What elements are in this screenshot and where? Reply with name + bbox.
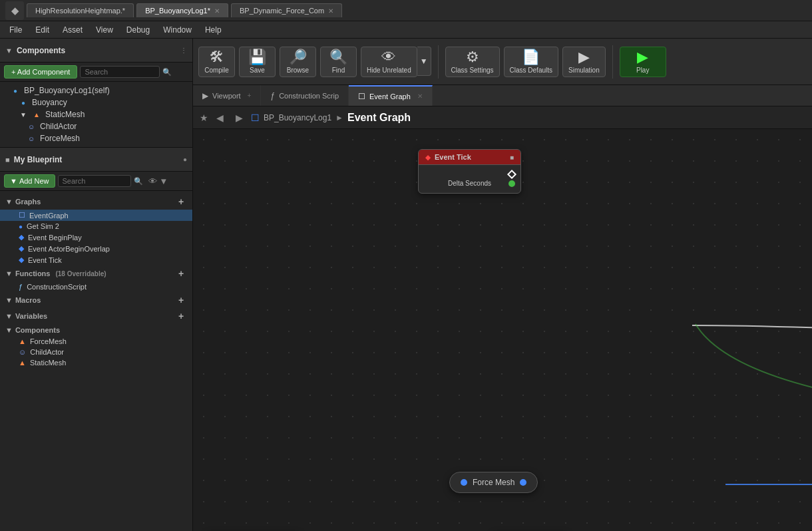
class-defaults-label: Class Defaults bbox=[510, 67, 552, 74]
menu-file[interactable]: File bbox=[3, 24, 29, 36]
bp-item-beginplay[interactable]: ◆ Event BeginPlay bbox=[0, 232, 192, 243]
tab-viewport-add[interactable]: + bbox=[248, 92, 252, 99]
tree-label-childactor: ChildActor bbox=[40, 122, 77, 131]
functions-add-button[interactable]: + bbox=[175, 267, 187, 279]
bp-section-functions: ▼ Functions (18 Overridable) + bbox=[0, 266, 192, 281]
menu-view[interactable]: View bbox=[89, 24, 120, 36]
event-tick-title: Event Tick bbox=[435, 153, 471, 161]
menu-edit[interactable]: Edit bbox=[29, 24, 56, 36]
blueprint-search-input[interactable] bbox=[58, 175, 131, 187]
force-mesh-left-pin[interactable] bbox=[461, 479, 467, 486]
tree-label-forcemesh: ForceMesh bbox=[40, 134, 80, 143]
blueprint-eye-button[interactable]: 👁 ▼ bbox=[146, 175, 171, 188]
force-mesh-right-pin[interactable] bbox=[520, 479, 526, 486]
tab-eventgraph-close[interactable]: ✕ bbox=[417, 92, 423, 100]
tree-item-self[interactable]: ● BP_BuoyancyLog1(self) bbox=[0, 85, 192, 96]
breadcrumb-back[interactable]: ◀ bbox=[212, 111, 228, 124]
staticmesh-var-icon: ▲ bbox=[19, 359, 26, 367]
mesh-icon-staticmesh: ▲ bbox=[32, 110, 41, 119]
bp-item-getsim2[interactable]: ● Get Sim 2 bbox=[0, 221, 192, 232]
tab-dynamic[interactable]: BP_Dynamic_Force_Com ✕ bbox=[231, 3, 342, 17]
bp-item-staticmesh-var[interactable]: ▲ StaticMesh bbox=[0, 357, 192, 368]
menu-help[interactable]: Help bbox=[198, 24, 228, 36]
breadcrumb-star[interactable]: ★ bbox=[200, 112, 208, 123]
tab-close-buoyancy[interactable]: ✕ bbox=[214, 7, 220, 15]
add-component-button[interactable]: + Add Component bbox=[4, 65, 77, 79]
macros-add-button[interactable]: + bbox=[175, 294, 187, 306]
compile-button[interactable]: 🛠 Compile bbox=[198, 47, 235, 77]
tab-eventgraph[interactable]: ☐ Event Graph ✕ bbox=[349, 85, 433, 106]
menu-debug[interactable]: Debug bbox=[120, 24, 156, 36]
breadcrumb-bar: ★ ◀ ▶ ☐ BP_BuoyancyLog1 ► Event Graph bbox=[193, 106, 812, 129]
construction-icon: ƒ bbox=[270, 91, 275, 100]
variables-add-button[interactable]: + bbox=[175, 310, 187, 322]
tab-viewport-label: Viewport bbox=[212, 92, 241, 100]
breadcrumb-arrow: ► bbox=[335, 113, 343, 122]
tab-viewport[interactable]: ▶ Viewport + bbox=[193, 85, 261, 106]
forcemesh-var-icon: ▲ bbox=[19, 337, 26, 345]
getsim-icon: ● bbox=[19, 223, 23, 230]
functions-collapse-icon[interactable]: ▼ bbox=[5, 269, 13, 277]
tree-item-staticmesh[interactable]: ▼ ▲ StaticMesh bbox=[0, 108, 192, 120]
breadcrumb-graph[interactable]: Event Graph bbox=[347, 112, 411, 124]
event-tick-node: ◆ Event Tick ■ Delta Seconds bbox=[418, 149, 521, 194]
components-bp-collapse-icon[interactable]: ▼ bbox=[5, 326, 13, 334]
event-tick-delta-pin[interactable] bbox=[508, 180, 515, 187]
event-tick-delta-row: Delta Seconds bbox=[424, 180, 515, 187]
tab-construction-label: Construction Scrip bbox=[279, 92, 339, 100]
simulation-button[interactable]: ▶ Simulation bbox=[562, 47, 606, 77]
component-search-icon: 🔍 bbox=[162, 68, 172, 77]
browse-button[interactable]: 🔎 Browse bbox=[280, 47, 316, 77]
bp-section-macros: ▼ Macros + bbox=[0, 292, 192, 308]
graph-canvas[interactable]: ◆ Event Tick ■ Delta Seconds bbox=[193, 129, 812, 531]
components-toolbar: + Add Component 🔍 bbox=[0, 63, 192, 82]
bp-item-forcemesh-var[interactable]: ▲ ForceMesh bbox=[0, 336, 192, 347]
graphs-collapse-icon[interactable]: ▼ bbox=[5, 198, 13, 206]
bp-item-actoroverlap[interactable]: ◆ Event ActorBeginOverlap bbox=[0, 243, 192, 254]
macros-collapse-icon[interactable]: ▼ bbox=[5, 296, 13, 304]
triangle-icon-staticmesh: ▼ bbox=[19, 110, 28, 119]
graphs-add-button[interactable]: + bbox=[175, 196, 187, 208]
tab-close-dynamic[interactable]: ✕ bbox=[328, 7, 333, 15]
right-area: 🛠 Compile 💾 Save 🔎 Browse 🔍 Find 👁 bbox=[193, 39, 812, 531]
hide-unrelated-arrow[interactable]: ▼ bbox=[417, 47, 431, 76]
tree-item-buoyancy[interactable]: ● Buoyancy bbox=[0, 96, 192, 108]
tab-heightmap[interactable]: HighResolutionHeightmap.* bbox=[27, 3, 134, 17]
components-collapse-icon[interactable]: ▼ bbox=[5, 47, 13, 55]
play-button[interactable]: ▶ Play bbox=[620, 47, 666, 77]
tab-buoyancy[interactable]: BP_BuoyancyLog1* ✕ bbox=[136, 3, 228, 17]
event-tick-exec-out-pin[interactable] bbox=[507, 170, 516, 179]
breadcrumb-bp[interactable]: BP_BuoyancyLog1 bbox=[264, 113, 331, 122]
components-arrow: ⋮ bbox=[180, 47, 187, 54]
class-settings-label: Class Settings bbox=[451, 67, 494, 74]
bp-item-eventtick[interactable]: ◆ Event Tick bbox=[0, 254, 192, 266]
class-defaults-button[interactable]: 📄 Class Defaults bbox=[504, 47, 558, 77]
beginplay-icon: ◆ bbox=[19, 233, 24, 242]
menu-window[interactable]: Window bbox=[156, 24, 198, 36]
play-icon: ▶ bbox=[637, 50, 648, 65]
find-button[interactable]: 🔍 Find bbox=[320, 47, 357, 77]
menu-asset[interactable]: Asset bbox=[56, 24, 89, 36]
bp-item-constructionscript[interactable]: ƒ ConstructionScript bbox=[0, 281, 192, 292]
tab-construction[interactable]: ƒ Construction Scrip bbox=[261, 85, 349, 106]
add-new-button[interactable]: ▼ Add New bbox=[4, 174, 55, 188]
components-title: Components bbox=[17, 46, 176, 55]
blueprint-arrow: ● bbox=[183, 156, 187, 163]
browse-icon: 🔎 bbox=[289, 50, 307, 65]
tree-label-buoyancy: Buoyancy bbox=[32, 98, 67, 107]
event-tick-close[interactable]: ■ bbox=[510, 154, 514, 161]
variables-collapse-icon[interactable]: ▼ bbox=[5, 312, 13, 320]
event-tick-header: ◆ Event Tick ■ bbox=[419, 150, 520, 165]
class-settings-button[interactable]: ⚙ Class Settings bbox=[445, 47, 500, 77]
component-search-input[interactable] bbox=[80, 66, 160, 78]
bp-item-childactor-var[interactable]: ☺ ChildActor bbox=[0, 347, 192, 357]
hide-unrelated-button[interactable]: 👁 Hide Unrelated bbox=[361, 47, 417, 77]
bp-item-eventgraph[interactable]: ☐ EventGraph bbox=[0, 210, 192, 221]
simulation-label: Simulation bbox=[568, 67, 600, 74]
tree-item-forcemesh[interactable]: ☺ ForceMesh bbox=[0, 132, 192, 144]
breadcrumb-forward[interactable]: ▶ bbox=[232, 111, 247, 124]
title-bar: ◆ HighResolutionHeightmap.* BP_BuoyancyL… bbox=[0, 0, 812, 21]
save-button[interactable]: 💾 Save bbox=[239, 47, 276, 77]
tree-item-childactor[interactable]: ☺ ChildActor bbox=[0, 120, 192, 132]
blueprint-title: My Blueprint bbox=[14, 155, 179, 164]
